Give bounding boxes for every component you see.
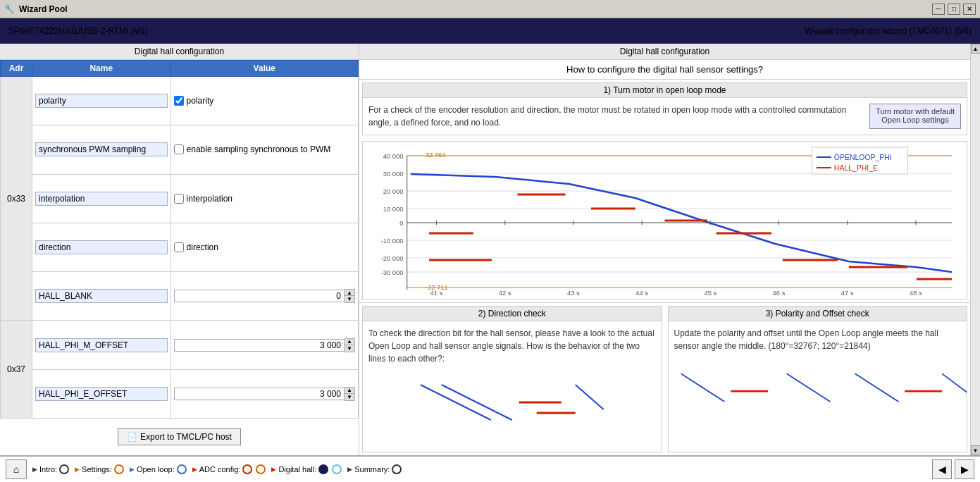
minimize-button[interactable]: ─ <box>932 4 945 15</box>
phi-m-spin-buttons: ▲ ▼ <box>345 338 355 352</box>
value-cell-hall-blank[interactable]: ▲ ▼ <box>170 272 358 321</box>
name-cell: synchronous PWM sampling <box>32 125 171 174</box>
polarity-label: polarity <box>187 96 214 106</box>
svg-text:42 s: 42 s <box>499 290 511 297</box>
chart-container: 40 000 30 000 20 000 10 000 0 -10 000 -2… <box>362 141 967 299</box>
phi-e-down[interactable]: ▼ <box>345 394 354 400</box>
nav-arrow-adcconfig: ▶ <box>192 466 197 473</box>
name-cell: HALL_PHI_M_OFFSET <box>32 321 171 369</box>
step3-content: Update the polarity and offset until the… <box>669 321 967 358</box>
adr-0x37: 0x37 <box>1 321 32 419</box>
table-row: direction direction <box>1 223 359 271</box>
export-button[interactable]: 📄 Export to TMCL/PC host <box>118 428 241 445</box>
nav-item-intro: ▶ Intro: <box>32 464 69 474</box>
svg-text:43 s: 43 s <box>567 290 580 297</box>
nav-left: ⌂ ▶ Intro: ▶ Settings: ▶ Open loop: ▶ AD… <box>6 459 402 479</box>
nav-circle-openloop[interactable] <box>177 464 187 474</box>
scrollbar: ▲ ▼ <box>970 44 980 455</box>
phi-e-input[interactable] <box>174 388 345 400</box>
export-label: Export to TMCL/PC host <box>140 432 232 442</box>
pwm-checkbox-label[interactable]: enable sampling synchronous to PWM <box>174 144 355 154</box>
value-cell-phi-e[interactable]: ▲ ▼ <box>170 369 358 418</box>
bottom-sections: 2) Direction check To check the directio… <box>359 302 970 455</box>
value-cell-polarity[interactable]: polarity <box>170 77 358 125</box>
main-content: Digital hall configuration Adr Name Valu… <box>0 44 980 455</box>
close-button[interactable]: ✕ <box>963 4 976 15</box>
step1-text: For a check of the encoder resolution an… <box>368 104 864 129</box>
nav-label-openloop: Open loop: <box>137 465 175 474</box>
phi-m-spinner[interactable]: ▲ ▼ <box>174 338 355 352</box>
hall-blank-down[interactable]: ▼ <box>345 296 354 302</box>
nav-right: ◀ ▶ <box>932 459 974 479</box>
step2-title: 2) Direction check <box>363 307 662 321</box>
nav-item-settings: ▶ Settings: <box>75 464 124 474</box>
right-panel: Digital hall configuration How to config… <box>359 44 970 455</box>
nav-circle-settings[interactable] <box>114 464 124 474</box>
nav-label-digitalhall: Digital hall: <box>278 465 316 474</box>
value-cell-interpolation[interactable]: interpolation <box>170 174 358 223</box>
main-chart: 40 000 30 000 20 000 10 000 0 -10 000 -2… <box>363 142 967 297</box>
value-cell-pwm[interactable]: enable sampling synchronous to PWM <box>170 125 358 174</box>
phi-e-spin-buttons: ▲ ▼ <box>345 387 355 401</box>
step2-chart <box>363 371 662 427</box>
name-cell: HALL_PHI_E_OFFSET <box>32 369 171 418</box>
phi-m-input[interactable] <box>174 339 345 352</box>
nav-item-digitalhall: ▶ Digital hall: <box>271 464 342 474</box>
value-cell-direction[interactable]: direction <box>170 223 358 271</box>
nav-circle-digitalhall2[interactable] <box>332 464 342 474</box>
interpolation-checkbox[interactable] <box>174 194 184 204</box>
nav-circle-adcconfig1[interactable] <box>242 464 252 474</box>
hall-blank-input[interactable] <box>174 290 345 302</box>
value-cell-phi-m[interactable]: ▲ ▼ <box>170 321 358 369</box>
polarity-checkbox-label[interactable]: polarity <box>174 96 355 106</box>
phi-e-up[interactable]: ▲ <box>345 388 354 394</box>
svg-text:47 s: 47 s <box>841 290 854 297</box>
config-table: Adr Name Value 0x33 polarity polarity <box>0 60 359 419</box>
scroll-down-button[interactable]: ▼ <box>971 445 981 455</box>
hall-blank-up[interactable]: ▲ <box>345 290 354 296</box>
phi-e-spinner[interactable]: ▲ ▼ <box>174 387 355 401</box>
phi-m-up[interactable]: ▲ <box>345 339 354 345</box>
prev-button[interactable]: ◀ <box>932 459 952 479</box>
interpolation-label: interpolation <box>187 194 232 204</box>
maximize-button[interactable]: □ <box>948 4 960 15</box>
next-button[interactable]: ▶ <box>955 459 974 479</box>
scroll-up-button[interactable]: ▲ <box>971 44 981 54</box>
svg-text:45 s: 45 s <box>704 290 717 297</box>
col-name: Name <box>32 61 171 77</box>
wizard-question: How to configure the digital hall sensor… <box>359 60 970 80</box>
polarity-checkbox[interactable] <box>174 96 184 106</box>
direction-checkbox-label[interactable]: direction <box>174 242 355 252</box>
table-row: HALL_BLANK ▲ ▼ <box>1 272 359 321</box>
title-bar-title: Wizard Pool <box>19 4 68 14</box>
nav-circle-adcconfig2[interactable] <box>256 464 266 474</box>
step2-content: To check the direction bit for the hall … <box>363 321 662 371</box>
right-with-scroll: Digital hall configuration How to config… <box>359 44 980 455</box>
nav-circle-intro[interactable] <box>59 464 69 474</box>
turn-motor-button[interactable]: Turn motor with defaultOpen Loop setting… <box>869 104 961 129</box>
header-bar: SPI9/FT4222H/id1/USB-2-RTMI [M1] Weasel … <box>0 18 980 44</box>
scroll-track[interactable] <box>971 54 980 445</box>
step3-chart <box>669 358 967 414</box>
interpolation-checkbox-label[interactable]: interpolation <box>174 194 355 204</box>
left-panel: Digital hall configuration Adr Name Valu… <box>0 44 359 455</box>
pwm-checkbox[interactable] <box>174 144 184 154</box>
right-panel-title: Digital hall configuration <box>359 44 970 60</box>
hall-blank-spinner[interactable]: ▲ ▼ <box>174 289 355 303</box>
name-cell: HALL_BLANK <box>32 272 171 321</box>
nav-circle-summary[interactable] <box>392 464 402 474</box>
nav-label-settings: Settings: <box>82 465 112 474</box>
adr-0x33: 0x33 <box>1 77 32 321</box>
home-button[interactable]: ⌂ <box>6 459 27 479</box>
direction-checkbox[interactable] <box>174 242 184 252</box>
phi-m-down[interactable]: ▼ <box>345 345 354 352</box>
table-row: 0x33 polarity polarity <box>1 77 359 125</box>
svg-text:20 000: 20 000 <box>383 188 404 195</box>
nav-circle-digitalhall1[interactable] <box>318 464 328 474</box>
step2-text: To check the direction bit for the hall … <box>368 328 655 364</box>
hall-blank-spin-buttons: ▲ ▼ <box>345 289 355 303</box>
svg-text:10 000: 10 000 <box>383 206 404 213</box>
svg-text:OPENLOOP_PHI: OPENLOOP_PHI <box>834 154 892 161</box>
svg-text:-10 000: -10 000 <box>381 237 404 245</box>
left-panel-title: Digital hall configuration <box>0 44 359 60</box>
